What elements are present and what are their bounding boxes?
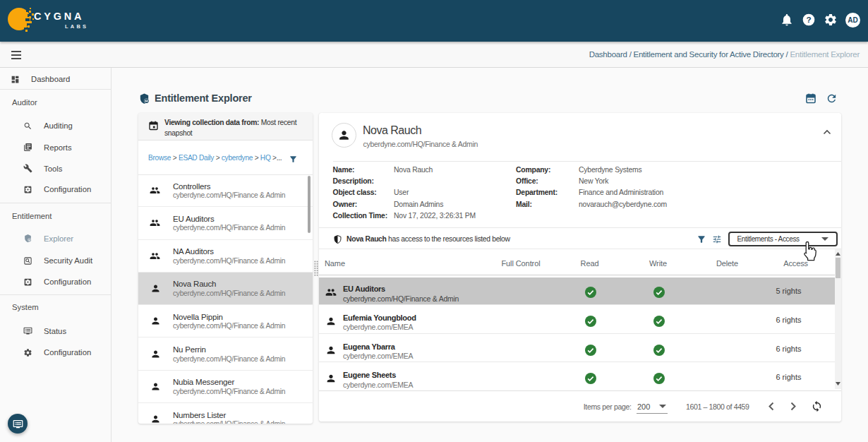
svg-text:?: ? xyxy=(806,15,811,24)
